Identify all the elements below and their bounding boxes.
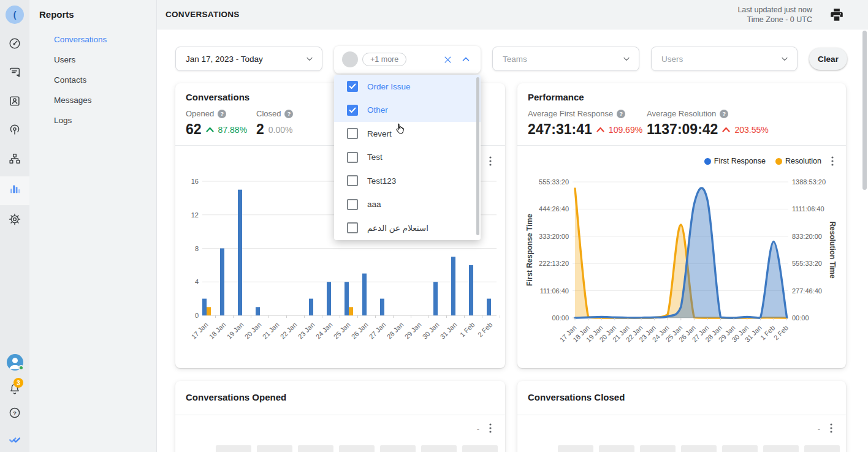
chart-menu-kebab-icon[interactable] xyxy=(828,156,837,167)
help-icon[interactable] xyxy=(218,110,226,118)
workspace-avatar[interactable]: ( xyxy=(6,6,24,24)
teams-select[interactable]: Teams xyxy=(492,47,639,71)
skeleton-cell xyxy=(462,445,498,452)
dashboard-icon[interactable] xyxy=(8,37,21,50)
bar-x-ticks xyxy=(198,315,500,318)
svg-text:444:26:40: 444:26:40 xyxy=(539,205,569,213)
flows-icon[interactable] xyxy=(8,152,21,165)
checkbox-icon[interactable] xyxy=(347,175,358,186)
svg-text:16: 16 xyxy=(191,178,199,185)
closed-value: 2 xyxy=(256,121,264,138)
bar-series-closed xyxy=(207,307,353,315)
label-option[interactable]: استعلام عن الدعم xyxy=(334,216,481,240)
help-icon[interactable] xyxy=(720,110,728,118)
page-scrollbar-thumb[interactable] xyxy=(862,31,867,190)
broadcast-icon[interactable] xyxy=(8,123,21,137)
contacts-icon[interactable] xyxy=(8,94,21,108)
label-option[interactable]: Revert xyxy=(334,122,481,146)
checkbox-icon[interactable] xyxy=(347,199,358,210)
chart-menu-kebab-icon[interactable] xyxy=(826,423,836,434)
checkbox-checked-icon[interactable] xyxy=(347,105,358,116)
chevron-up-icon[interactable] xyxy=(460,54,471,65)
chart-menu-kebab-icon[interactable] xyxy=(485,423,495,434)
sidebar-item-conversations[interactable]: Conversations xyxy=(29,29,156,50)
legend-label: First Response xyxy=(714,157,766,165)
svg-text:277:46:40: 277:46:40 xyxy=(792,287,822,295)
svg-text:00:00: 00:00 xyxy=(552,314,569,322)
checkbox-checked-icon[interactable] xyxy=(347,81,358,92)
performance-area-chart: 00:0000:00111:06:40277:46:40222:13:20555… xyxy=(520,175,845,360)
analytics-icon[interactable] xyxy=(8,182,21,195)
performance-card: Performance Average First Response 247:3… xyxy=(517,83,846,368)
clear-selection-icon[interactable] xyxy=(443,55,452,64)
bar-x-label: 17 Jan xyxy=(190,321,210,341)
settings-gear-icon[interactable] xyxy=(8,213,21,226)
clear-filters-button[interactable]: Clear xyxy=(809,48,847,70)
skeleton-cell xyxy=(681,445,717,452)
card-title: Conversations Closed xyxy=(528,392,625,402)
bar-x-label: 31 Jan xyxy=(439,321,459,341)
reports-sidebar: Reports ConversationsUsersContactsMessag… xyxy=(29,0,157,452)
avg-resolution-stat: Average Resolution 1137:09:42 203.55% xyxy=(647,109,769,138)
svg-text:8: 8 xyxy=(195,245,199,252)
legend-item[interactable]: Resolution xyxy=(775,157,821,165)
skeleton-cell xyxy=(804,445,840,452)
users-select[interactable]: Users xyxy=(651,47,798,71)
bar-x-label: 23 Jan xyxy=(297,321,316,341)
help-icon[interactable]: ? xyxy=(8,406,21,420)
sidebar-item-logs[interactable]: Logs xyxy=(29,110,156,130)
avg-resolution-delta: 203.55% xyxy=(734,125,768,135)
users-placeholder: Users xyxy=(661,55,780,64)
avg-first-response-stat: Average First Response 247:31:41 109.69% xyxy=(528,109,642,138)
label-option-text: Other xyxy=(367,105,388,115)
svg-text:1388:53:20: 1388:53:20 xyxy=(792,178,826,186)
help-icon[interactable] xyxy=(284,110,293,118)
checkbox-icon[interactable] xyxy=(347,222,358,233)
svg-text:555:33:20: 555:33:20 xyxy=(539,178,569,186)
help-icon[interactable] xyxy=(617,110,625,118)
svg-text:12: 12 xyxy=(191,211,199,219)
skeleton-cell xyxy=(558,445,593,452)
skeleton-cell xyxy=(421,445,457,452)
closed-label: Closed xyxy=(256,109,281,118)
avg-first-response-value: 247:31:41 xyxy=(528,121,592,138)
chart-menu-kebab-icon[interactable] xyxy=(485,156,495,167)
checkbox-icon[interactable] xyxy=(347,152,358,163)
bar-x-label: 30 Jan xyxy=(421,321,441,341)
svg-text:222:13:20: 222:13:20 xyxy=(539,260,569,267)
left-axis-title: First Response Time xyxy=(525,214,534,286)
label-option[interactable]: Test xyxy=(334,146,481,170)
print-icon[interactable] xyxy=(829,7,845,23)
label-option[interactable]: aaa xyxy=(334,193,481,217)
legend-item[interactable]: First Response xyxy=(704,157,766,165)
teams-placeholder: Teams xyxy=(503,55,622,64)
svg-text:111:06:40: 111:06:40 xyxy=(540,287,569,295)
selected-label-color-dot xyxy=(342,51,358,67)
brand-doublecheck-icon[interactable] xyxy=(8,432,21,445)
bar-x-label: 24 Jan xyxy=(314,321,334,341)
card-title: Conversations xyxy=(186,92,249,102)
bar-x-label: 22 Jan xyxy=(279,321,299,341)
performance-legend: First ResponseResolution xyxy=(704,157,821,165)
checkbox-icon[interactable] xyxy=(347,128,358,139)
label-option[interactable]: Order Issue xyxy=(334,75,481,99)
chats-icon[interactable] xyxy=(8,66,21,79)
avg-resolution-label: Average Resolution xyxy=(647,109,716,118)
sidebar-section-title: Reports xyxy=(39,9,74,20)
date-range-select[interactable]: Jan 17, 2023 - Today xyxy=(175,47,322,71)
dropdown-scrollbar[interactable] xyxy=(476,77,479,235)
skeleton-cell xyxy=(380,445,416,452)
sidebar-item-messages[interactable]: Messages xyxy=(29,90,156,110)
label-option[interactable]: Test123 xyxy=(334,169,481,193)
sidebar-item-contacts[interactable]: Contacts xyxy=(29,70,156,90)
labels-multiselect-field[interactable]: +1 more xyxy=(334,46,481,73)
card-title: Conversations Opened xyxy=(186,392,286,402)
bar-x-label: 19 Jan xyxy=(226,321,245,341)
labels-overflow-chip[interactable]: +1 more xyxy=(362,53,406,66)
card-divider xyxy=(517,415,846,415)
sidebar-item-users[interactable]: Users xyxy=(29,50,156,70)
svg-text:4: 4 xyxy=(195,278,199,285)
label-option[interactable]: Other xyxy=(334,99,481,122)
trend-up-icon xyxy=(596,127,604,132)
label-option-text: استعلام عن الدعم xyxy=(367,223,428,233)
